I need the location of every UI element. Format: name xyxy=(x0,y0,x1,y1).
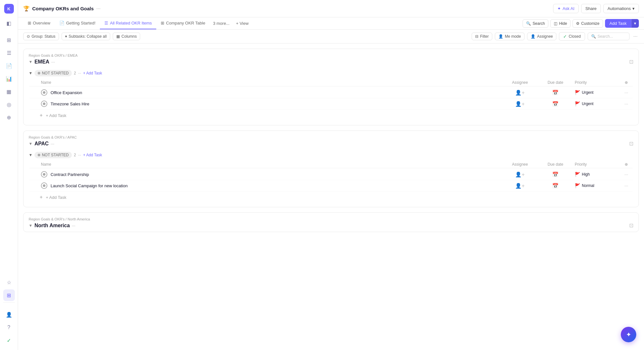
content-area: Region Goals & OKR's / EMEA ▼ EMEA ··· ⊡… xyxy=(18,44,644,350)
add-task-main-button[interactable]: Add Task xyxy=(605,19,631,28)
tab-getting-started[interactable]: 📄 Getting Started! xyxy=(55,17,100,29)
emea-task-table: Name Assignee Due date Priority ⊕ Office… xyxy=(29,78,633,121)
apac-task1-status-icon xyxy=(41,171,47,178)
subtasks-button[interactable]: ▾ Subtasks: Collapse all xyxy=(62,33,110,40)
closed-button[interactable]: ✓ Closed xyxy=(559,32,585,41)
table-row[interactable]: Office Expansion 👤+ 📅 🚩 Urgent xyxy=(29,87,633,98)
emea-status-more-button[interactable]: ··· xyxy=(78,71,81,75)
me-mode-icon: 👤 xyxy=(498,34,503,39)
automations-button[interactable]: Automations ▾ xyxy=(603,4,639,13)
priority-flag-icon: 🚩 xyxy=(575,90,580,95)
apac-task-table: Name Assignee Due date Priority ⊕ Contra… xyxy=(29,160,633,203)
fab-icon: ✦ xyxy=(626,331,631,338)
document-icon[interactable]: 📄 xyxy=(3,60,15,72)
toolbar-more-button[interactable]: ··· xyxy=(632,34,639,39)
group-icon: ⊙ xyxy=(27,34,30,39)
grid-icon[interactable]: ▦ xyxy=(3,86,15,97)
apac-col-add: ⊕ xyxy=(620,162,633,167)
fab-button[interactable]: ✦ xyxy=(621,327,636,342)
emea-col-add: ⊕ xyxy=(620,80,633,85)
columns-button[interactable]: ▦ Columns xyxy=(113,33,140,40)
add-task-button-group: Add Task ▾ xyxy=(605,19,639,28)
north-america-expand-icon[interactable]: ⊡ xyxy=(629,222,633,228)
tabs-more-button[interactable]: 3 more... xyxy=(210,18,233,29)
tab-all-related-okr[interactable]: ☰ All Related OKR Items xyxy=(100,17,156,29)
emea-section: Region Goals & OKR's / EMEA ▼ EMEA ··· ⊡… xyxy=(23,49,639,125)
add-plus-icon: + xyxy=(40,112,43,118)
emea-status-header[interactable]: ▼ NOT STARTED 2 ··· + Add Task xyxy=(29,68,633,78)
apac-expand-icon[interactable]: ⊡ xyxy=(629,141,633,147)
search-tab-button[interactable]: 🔍 Filter Search xyxy=(523,19,548,28)
emea-expand-icon[interactable]: ⊡ xyxy=(629,59,633,65)
emea-task2-status-icon xyxy=(41,101,47,107)
search-input-icon: 🔍 xyxy=(591,34,596,39)
emea-add-task-row[interactable]: + + Add Task xyxy=(29,110,633,121)
table-row[interactable]: Contract Partnership 👤+ 📅 🚩 High xyxy=(29,169,633,180)
apac-status-badge: NOT STARTED xyxy=(34,152,72,158)
emea-status-badge: NOT STARTED xyxy=(34,70,72,76)
north-america-collapse-icon[interactable]: ▼ xyxy=(29,223,33,228)
priority-flag-icon: 🚩 xyxy=(575,101,580,106)
star-icon[interactable]: ☆ xyxy=(3,277,15,288)
search-box[interactable]: 🔍 Search... xyxy=(588,33,630,40)
header-more-button[interactable]: ··· xyxy=(96,6,101,12)
emea-not-started-group: ▼ NOT STARTED 2 ··· + Add Task Name Assi… xyxy=(24,68,639,125)
add-circle-icon[interactable]: ⊕ xyxy=(3,112,15,123)
tabs-bar: ⊞ Overview 📄 Getting Started! ☰ All Rela… xyxy=(18,17,644,30)
assignee-button[interactable]: 👤 Assignee xyxy=(527,33,556,40)
apac-status-dot xyxy=(38,154,40,156)
apac-collapse-icon[interactable]: ▼ xyxy=(29,141,33,146)
emea-collapse-icon[interactable]: ▼ xyxy=(29,60,33,64)
inbox-icon[interactable]: ☰ xyxy=(3,47,15,59)
hide-icon: ◫ xyxy=(554,21,557,26)
apac-more-button[interactable]: ··· xyxy=(51,141,54,146)
add-view-button[interactable]: + View xyxy=(233,18,252,29)
emea-more-button[interactable]: ··· xyxy=(51,59,55,64)
tab-overview[interactable]: ⊞ Overview xyxy=(23,17,55,29)
company-okr-tab-icon: ⊞ xyxy=(161,21,164,25)
status-check-icon[interactable]: ✓ xyxy=(3,335,15,346)
chart-icon[interactable]: 📊 xyxy=(3,73,15,84)
me-mode-button[interactable]: 👤 Me mode xyxy=(495,33,524,40)
emea-table-header: Name Assignee Due date Priority ⊕ xyxy=(29,79,633,86)
assignee-add-icon: 👤+ xyxy=(515,183,524,189)
group-status-button[interactable]: ⊙ Group: Status xyxy=(23,33,59,40)
tab-company-okr-table[interactable]: ⊞ Company OKR Table xyxy=(156,17,210,29)
emea-breadcrumb: Region Goals & OKR's / EMEA xyxy=(29,53,633,57)
apac-task2-status-icon xyxy=(41,182,47,189)
emea-task1-assignee: 👤+ xyxy=(504,90,536,96)
emea-col-due: Due date xyxy=(536,80,575,85)
hide-button[interactable]: ◫ Hide xyxy=(550,19,571,28)
north-america-more-button[interactable]: ··· xyxy=(72,223,76,228)
help-icon[interactable]: ? xyxy=(3,322,15,333)
ask-ai-button[interactable]: ✦ Ask AI xyxy=(553,4,579,13)
table-row[interactable]: Launch Social Campaign for new location … xyxy=(29,180,633,191)
table-row[interactable]: Timezone Sales Hire 👤+ 📅 🚩 Urgent xyxy=(29,98,633,110)
apac-status-more-button[interactable]: ··· xyxy=(78,153,81,157)
sparkle-icon: ✦ xyxy=(557,6,561,11)
north-america-breadcrumb: Region Goals & OKR's / North America xyxy=(29,217,633,221)
apac-task2-more[interactable]: ··· xyxy=(620,183,633,188)
apac-task2-due: 📅 xyxy=(536,183,575,189)
apac-add-task-button[interactable]: + Add Task xyxy=(83,153,102,157)
apps-icon[interactable]: ⊞ xyxy=(3,289,15,301)
apac-breadcrumb: Region Goals & OKR's / APAC xyxy=(29,135,633,139)
apac-add-task-row[interactable]: + + Add Task xyxy=(29,192,633,202)
apac-status-header[interactable]: ▼ NOT STARTED 2 ··· + Add Task xyxy=(29,150,633,160)
avatar[interactable]: K xyxy=(4,4,14,14)
emea-add-task-button[interactable]: + Add Task xyxy=(83,71,102,75)
people-icon[interactable]: 👤 xyxy=(3,309,15,320)
add-task-caret-button[interactable]: ▾ xyxy=(631,19,639,28)
target-icon[interactable]: ◎ xyxy=(3,99,15,110)
home-icon[interactable]: ⊞ xyxy=(3,34,15,46)
apac-col-assignee: Assignee xyxy=(504,162,536,167)
customize-button[interactable]: ⚙ Customize xyxy=(572,19,603,28)
tabs-right-actions: 🔍 Filter Search ◫ Hide ⚙ Customize Add T… xyxy=(523,19,639,28)
apac-col-priority: Priority xyxy=(575,162,620,167)
filter-button[interactable]: ⊟ Filter xyxy=(472,33,492,40)
emea-task2-more[interactable]: ··· xyxy=(620,101,633,106)
collapse-icon[interactable]: ◧ xyxy=(3,17,15,29)
apac-task1-more[interactable]: ··· xyxy=(620,172,633,177)
emea-task1-more[interactable]: ··· xyxy=(620,90,633,95)
share-button[interactable]: Share xyxy=(581,4,601,13)
